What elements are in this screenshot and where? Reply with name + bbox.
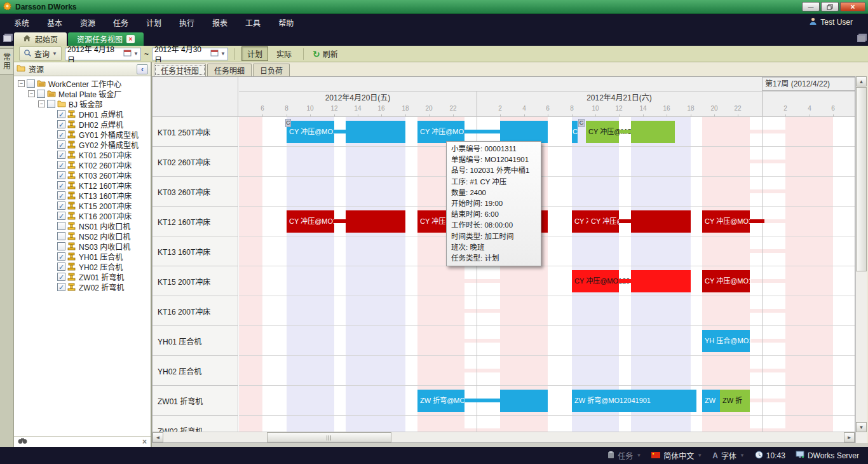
checkbox[interactable]: ✓ [57, 161, 65, 169]
tree-item[interactable]: NS03 内收口机 [14, 241, 151, 251]
checkbox[interactable]: ✓ [57, 252, 65, 261]
scroll-up-icon[interactable]: ▲ [856, 76, 867, 86]
task-bar[interactable]: YH 压合@MO1 [702, 330, 750, 352]
task-bar[interactable] [346, 121, 405, 143]
task-bar[interactable] [500, 121, 548, 143]
horizontal-scroll-thumb[interactable] [267, 432, 391, 442]
scroll-left-icon[interactable]: ◄ [153, 432, 163, 442]
panel-close-icon[interactable]: × [142, 437, 147, 446]
tree-item[interactable]: ✓ZW02 折弯机 [14, 282, 151, 292]
tree-item[interactable]: NS01 内收口机 [14, 221, 151, 231]
checkbox[interactable]: ✓ [57, 273, 65, 281]
task-bar[interactable]: CY 冲压@MO12041901 [417, 121, 465, 143]
view-tab-日负荷[interactable]: 日负荷 [253, 64, 290, 76]
expander-minus-icon[interactable]: − [38, 100, 45, 107]
task-bar[interactable] [631, 270, 691, 292]
collapse-panel-button[interactable]: ‹ [137, 64, 148, 74]
vertical-scroll-thumb[interactable] [856, 87, 867, 271]
menu-item-计划[interactable]: 计划 [137, 15, 170, 31]
date-to-input[interactable]: 2012年 4月30日 ▼ [152, 48, 228, 60]
tree-item[interactable]: ✓YH02 压合机 [14, 261, 151, 271]
task-bar[interactable] [500, 390, 548, 412]
status-font-menu[interactable]: A 字体 ▼ [712, 450, 745, 461]
tree-item[interactable]: −BJ 钣金部 [14, 99, 151, 109]
tree-item[interactable]: −Metal Plate 钣金厂 [14, 88, 151, 99]
task-bar[interactable]: CY 冲 [572, 210, 588, 233]
checkbox[interactable]: ✓ [57, 263, 65, 271]
task-bar[interactable]: CY 冲压@MO1 [702, 210, 750, 233]
task-bar[interactable] [631, 210, 691, 233]
checkbox[interactable]: ✓ [57, 283, 65, 291]
menu-item-基本[interactable]: 基本 [38, 15, 71, 31]
view-tab-任务明细[interactable]: 任务明细 [207, 64, 252, 76]
tree-item[interactable]: ✓YH01 压合机 [14, 251, 151, 261]
checkbox[interactable]: ✓ [57, 201, 65, 210]
vertical-scrollbar[interactable]: ▲ ▼ [855, 76, 867, 443]
menu-item-执行[interactable]: 执行 [170, 15, 203, 31]
checkbox[interactable]: ✓ [57, 120, 65, 128]
task-bar[interactable]: CY 冲压@MO1 [702, 270, 750, 292]
tree-item[interactable]: ✓GY02 外桶成型机 [14, 139, 151, 149]
user-badge[interactable]: Test User [809, 17, 863, 27]
status-language-menu[interactable]: 简体中文 ▼ [651, 450, 702, 461]
task-bar[interactable]: CY 冲压@MO12041904 [287, 210, 334, 233]
tree-item[interactable]: ✓KT16 200T冲床 [14, 210, 151, 221]
plan-toggle-button[interactable]: 计划 [241, 46, 268, 61]
task-bar[interactable] [346, 210, 405, 233]
tree-item[interactable]: ✓DH01 点焊机 [14, 109, 151, 119]
checkbox[interactable]: ✓ [57, 110, 65, 118]
checkbox[interactable] [57, 232, 65, 240]
status-task-menu[interactable]: 任务 ▼ [607, 450, 641, 461]
tab-close-icon[interactable]: × [126, 35, 135, 43]
tree-item[interactable]: ✓GY01 外桶成型机 [14, 129, 151, 139]
menu-item-帮助[interactable]: 帮助 [269, 15, 302, 31]
query-button[interactable]: 查询 ▼ [19, 46, 62, 61]
tree-item[interactable]: NS02 内收口机 [14, 231, 151, 241]
actual-toggle-button[interactable]: 实际 [271, 47, 297, 60]
date-from-input[interactable]: 2012年 4月18日 ▼ [65, 48, 141, 60]
refresh-button[interactable]: ↻ 刷新 [310, 47, 341, 60]
tree-item[interactable]: ✓ZW01 折弯机 [14, 271, 151, 282]
task-bar[interactable]: ZW 折弯@MO12041901 [417, 390, 465, 412]
task-chip[interactable]: C [285, 119, 291, 127]
scroll-right-icon[interactable]: ► [844, 432, 855, 442]
tree-item[interactable]: ✓KT12 160T冲床 [14, 180, 151, 190]
tree-item[interactable]: ✓KT13 160T冲床 [14, 190, 151, 200]
checkbox[interactable] [47, 100, 55, 108]
task-bar[interactable]: CY 冲压@MO12041904 [588, 210, 619, 233]
binoculars-icon[interactable] [18, 437, 27, 446]
checkbox[interactable] [27, 79, 35, 88]
checkbox[interactable]: ✓ [57, 130, 65, 139]
menu-item-工具[interactable]: 工具 [236, 15, 269, 31]
view-tab-任务甘特图[interactable]: 任务甘特图 [154, 64, 206, 76]
task-bar[interactable]: C [572, 121, 578, 143]
expander-minus-icon[interactable]: − [28, 90, 35, 97]
menu-item-系统[interactable]: 系统 [5, 15, 38, 31]
minimize-button[interactable]: — [802, 2, 820, 11]
checkbox[interactable]: ✓ [57, 151, 65, 159]
menu-item-资源[interactable]: 资源 [71, 15, 104, 31]
task-bar[interactable]: ZW 折 [720, 390, 750, 412]
checkbox[interactable] [57, 242, 65, 250]
tree-item[interactable]: ✓KT15 200T冲床 [14, 200, 151, 210]
horizontal-scrollbar[interactable]: ◄ ► [153, 432, 855, 442]
task-bar[interactable]: CY 冲压@MO12041902 [586, 121, 619, 143]
tree-item[interactable]: ✓KT03 260T冲床 [14, 170, 151, 180]
checkbox[interactable]: ✓ [57, 212, 65, 220]
tree-item[interactable]: −WorkCenter 工作中心 [14, 78, 151, 88]
task-bar[interactable] [631, 121, 675, 143]
scroll-down-icon[interactable]: ▼ [856, 422, 867, 432]
task-chip[interactable]: C [578, 119, 585, 127]
checkbox[interactable]: ✓ [57, 181, 65, 189]
checkbox[interactable]: ✓ [57, 171, 65, 179]
restore-button[interactable] [821, 2, 839, 11]
task-bar[interactable]: CY 冲压@MO12041903 [572, 270, 619, 292]
checkbox[interactable]: ✓ [57, 140, 65, 149]
menu-item-任务[interactable]: 任务 [104, 15, 137, 31]
tab-list-icon[interactable] [854, 31, 868, 46]
tree-item[interactable]: ✓KT02 260T冲床 [14, 160, 151, 170]
task-bar[interactable]: CY 冲压@MO12041901 [287, 121, 334, 143]
collapsed-panel-tab[interactable]: 常用 [0, 48, 14, 75]
checkbox[interactable]: ✓ [57, 191, 65, 200]
tab-home[interactable]: 起始页 [14, 32, 67, 46]
